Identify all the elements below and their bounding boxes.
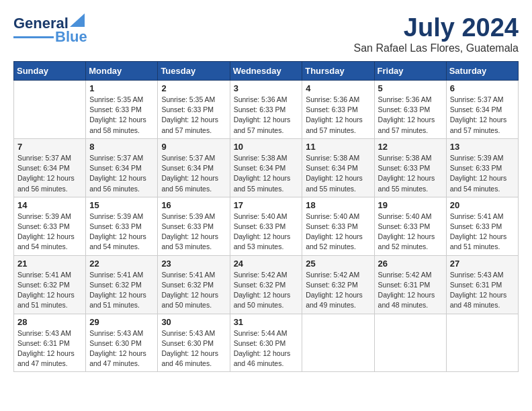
day-number: 25	[306, 259, 370, 269]
calendar-week-4: 21Sunrise: 5:41 AMSunset: 6:32 PMDayligh…	[14, 255, 519, 314]
day-number: 30	[161, 317, 226, 327]
day-number: 4	[306, 83, 370, 93]
day-number: 26	[378, 259, 443, 269]
calendar-cell: 14Sunrise: 5:39 AMSunset: 6:33 PMDayligh…	[14, 197, 86, 255]
calendar-cell	[374, 314, 446, 372]
day-number: 11	[306, 142, 370, 152]
calendar-cell: 10Sunrise: 5:38 AMSunset: 6:34 PMDayligh…	[230, 138, 302, 197]
page-header: General Blue July 2024 San Rafael Las Fl…	[13, 13, 519, 54]
day-number: 12	[378, 142, 443, 152]
day-number: 13	[450, 142, 515, 152]
day-info: Sunrise: 5:42 AMSunset: 6:32 PMDaylight:…	[234, 270, 299, 311]
logo: General Blue	[13, 13, 87, 44]
svg-marker-0	[70, 13, 85, 27]
day-info: Sunrise: 5:37 AMSunset: 6:34 PMDaylight:…	[161, 153, 226, 194]
day-info: Sunrise: 5:35 AMSunset: 6:33 PMDaylight:…	[161, 95, 226, 136]
day-info: Sunrise: 5:36 AMSunset: 6:33 PMDaylight:…	[306, 95, 370, 136]
day-info: Sunrise: 5:40 AMSunset: 6:33 PMDaylight:…	[378, 212, 443, 253]
day-number: 2	[161, 83, 226, 93]
day-info: Sunrise: 5:38 AMSunset: 6:34 PMDaylight:…	[234, 153, 299, 194]
day-number: 22	[89, 259, 154, 269]
day-number: 21	[17, 259, 82, 269]
day-info: Sunrise: 5:43 AMSunset: 6:30 PMDaylight:…	[161, 328, 226, 369]
day-info: Sunrise: 5:44 AMSunset: 6:30 PMDaylight:…	[234, 328, 299, 369]
calendar-cell: 3Sunrise: 5:36 AMSunset: 6:33 PMDaylight…	[230, 81, 302, 139]
month-title: July 2024	[354, 13, 519, 42]
calendar-cell: 1Sunrise: 5:35 AMSunset: 6:33 PMDaylight…	[86, 81, 158, 139]
day-number: 1	[89, 83, 154, 93]
calendar-cell: 26Sunrise: 5:42 AMSunset: 6:31 PMDayligh…	[374, 255, 446, 314]
day-number: 16	[161, 200, 226, 210]
calendar-cell: 2Sunrise: 5:35 AMSunset: 6:33 PMDaylight…	[158, 81, 230, 139]
weekday-header-tuesday: Tuesday	[158, 62, 230, 81]
day-info: Sunrise: 5:41 AMSunset: 6:32 PMDaylight:…	[17, 270, 82, 311]
day-info: Sunrise: 5:43 AMSunset: 6:31 PMDaylight:…	[450, 270, 515, 311]
day-number: 14	[17, 200, 82, 210]
day-number: 9	[161, 142, 226, 152]
day-number: 5	[378, 83, 443, 93]
weekday-header-monday: Monday	[86, 62, 158, 81]
day-info: Sunrise: 5:43 AMSunset: 6:30 PMDaylight:…	[89, 328, 154, 369]
calendar-cell: 24Sunrise: 5:42 AMSunset: 6:32 PMDayligh…	[230, 255, 302, 314]
day-info: Sunrise: 5:37 AMSunset: 6:34 PMDaylight:…	[450, 95, 515, 136]
calendar-cell: 18Sunrise: 5:40 AMSunset: 6:33 PMDayligh…	[302, 197, 374, 255]
calendar-cell: 11Sunrise: 5:38 AMSunset: 6:34 PMDayligh…	[302, 138, 374, 197]
calendar-cell: 19Sunrise: 5:40 AMSunset: 6:33 PMDayligh…	[374, 197, 446, 255]
weekday-header-row: SundayMondayTuesdayWednesdayThursdayFrid…	[14, 62, 519, 81]
calendar-cell: 30Sunrise: 5:43 AMSunset: 6:30 PMDayligh…	[158, 314, 230, 372]
logo-icon	[70, 13, 85, 27]
day-number: 19	[378, 200, 443, 210]
weekday-header-sunday: Sunday	[14, 62, 86, 81]
calendar-cell: 13Sunrise: 5:39 AMSunset: 6:33 PMDayligh…	[446, 138, 518, 197]
day-info: Sunrise: 5:35 AMSunset: 6:33 PMDaylight:…	[89, 95, 154, 136]
calendar-cell: 29Sunrise: 5:43 AMSunset: 6:30 PMDayligh…	[86, 314, 158, 372]
day-info: Sunrise: 5:39 AMSunset: 6:33 PMDaylight:…	[450, 153, 515, 194]
calendar-cell: 9Sunrise: 5:37 AMSunset: 6:34 PMDaylight…	[158, 138, 230, 197]
day-info: Sunrise: 5:36 AMSunset: 6:33 PMDaylight:…	[234, 95, 299, 136]
day-number: 27	[450, 259, 515, 269]
location-title: San Rafael Las Flores, Guatemala	[354, 42, 519, 54]
day-info: Sunrise: 5:37 AMSunset: 6:34 PMDaylight:…	[17, 153, 82, 194]
weekday-header-thursday: Thursday	[302, 62, 374, 81]
day-info: Sunrise: 5:39 AMSunset: 6:33 PMDaylight:…	[161, 212, 226, 253]
calendar-cell: 20Sunrise: 5:41 AMSunset: 6:33 PMDayligh…	[446, 197, 518, 255]
day-info: Sunrise: 5:40 AMSunset: 6:33 PMDaylight:…	[306, 212, 370, 253]
calendar-week-1: 1Sunrise: 5:35 AMSunset: 6:33 PMDaylight…	[14, 81, 519, 139]
calendar-cell: 16Sunrise: 5:39 AMSunset: 6:33 PMDayligh…	[158, 197, 230, 255]
calendar-week-3: 14Sunrise: 5:39 AMSunset: 6:33 PMDayligh…	[14, 197, 519, 255]
calendar-cell: 21Sunrise: 5:41 AMSunset: 6:32 PMDayligh…	[14, 255, 86, 314]
calendar-cell	[14, 81, 86, 139]
calendar-cell: 23Sunrise: 5:41 AMSunset: 6:32 PMDayligh…	[158, 255, 230, 314]
day-number: 17	[234, 200, 299, 210]
calendar-cell: 17Sunrise: 5:40 AMSunset: 6:33 PMDayligh…	[230, 197, 302, 255]
day-info: Sunrise: 5:37 AMSunset: 6:34 PMDaylight:…	[89, 153, 154, 194]
day-number: 20	[450, 200, 515, 210]
day-number: 15	[89, 200, 154, 210]
day-number: 6	[450, 83, 515, 93]
day-info: Sunrise: 5:41 AMSunset: 6:33 PMDaylight:…	[450, 212, 515, 253]
day-number: 28	[17, 317, 82, 327]
day-info: Sunrise: 5:43 AMSunset: 6:31 PMDaylight:…	[17, 328, 82, 369]
calendar-cell: 27Sunrise: 5:43 AMSunset: 6:31 PMDayligh…	[446, 255, 518, 314]
day-info: Sunrise: 5:39 AMSunset: 6:33 PMDaylight:…	[17, 212, 82, 253]
day-info: Sunrise: 5:40 AMSunset: 6:33 PMDaylight:…	[234, 212, 299, 253]
day-info: Sunrise: 5:38 AMSunset: 6:34 PMDaylight:…	[306, 153, 370, 194]
day-number: 7	[17, 142, 82, 152]
calendar-cell	[302, 314, 374, 372]
calendar-week-2: 7Sunrise: 5:37 AMSunset: 6:34 PMDaylight…	[14, 138, 519, 197]
calendar-table: SundayMondayTuesdayWednesdayThursdayFrid…	[13, 61, 519, 372]
calendar-cell: 7Sunrise: 5:37 AMSunset: 6:34 PMDaylight…	[14, 138, 86, 197]
day-info: Sunrise: 5:42 AMSunset: 6:32 PMDaylight:…	[306, 270, 370, 311]
calendar-cell: 31Sunrise: 5:44 AMSunset: 6:30 PMDayligh…	[230, 314, 302, 372]
calendar-week-5: 28Sunrise: 5:43 AMSunset: 6:31 PMDayligh…	[14, 314, 519, 372]
calendar-cell: 28Sunrise: 5:43 AMSunset: 6:31 PMDayligh…	[14, 314, 86, 372]
day-info: Sunrise: 5:36 AMSunset: 6:33 PMDaylight:…	[378, 95, 443, 136]
calendar-cell: 25Sunrise: 5:42 AMSunset: 6:32 PMDayligh…	[302, 255, 374, 314]
day-number: 8	[89, 142, 154, 152]
day-info: Sunrise: 5:39 AMSunset: 6:33 PMDaylight:…	[89, 212, 154, 253]
day-info: Sunrise: 5:41 AMSunset: 6:32 PMDaylight:…	[161, 270, 226, 311]
calendar-cell: 15Sunrise: 5:39 AMSunset: 6:33 PMDayligh…	[86, 197, 158, 255]
day-number: 18	[306, 200, 370, 210]
calendar-cell: 4Sunrise: 5:36 AMSunset: 6:33 PMDaylight…	[302, 81, 374, 139]
logo-blue-text: Blue	[55, 30, 87, 44]
